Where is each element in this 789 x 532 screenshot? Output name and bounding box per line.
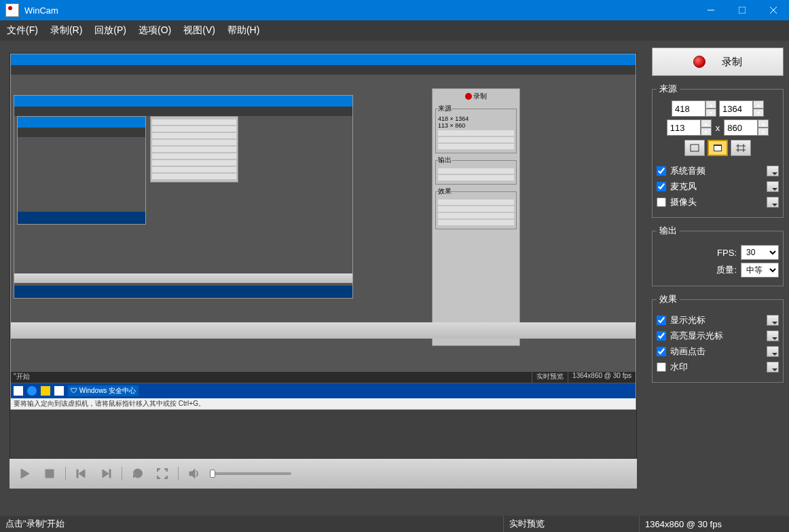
app-title: WinCam — [24, 5, 58, 16]
status-preview: 实时预览 — [504, 516, 640, 532]
svg-rect-13 — [714, 146, 721, 151]
output-legend: 输出 — [657, 225, 680, 237]
show-cursor-opts[interactable] — [767, 315, 779, 326]
svg-rect-1 — [739, 7, 746, 14]
animate-click-opts[interactable] — [767, 346, 779, 357]
skip-start-button[interactable] — [73, 465, 90, 482]
menu-record[interactable]: 录制(R) — [50, 24, 82, 37]
mode-region[interactable] — [731, 140, 751, 156]
preview-canvas[interactable]: 录制 来源 418 × 1364113 × 860 输出 效果 "开始 实时预览… — [10, 53, 637, 459]
menubar: 文件(F) 录制(R) 回放(P) 选项(O) 视图(V) 帮助(H) — [0, 20, 789, 41]
vm-hint: 要将输入定向到该虚拟机，请将鼠标指针移入其中或按 Ctrl+G。 — [11, 398, 636, 409]
record-button[interactable]: 录制 — [652, 48, 784, 76]
play-button[interactable] — [16, 465, 34, 482]
coord-x2[interactable] — [667, 119, 701, 136]
camera-opts[interactable] — [767, 197, 779, 208]
coord-x1[interactable] — [672, 100, 705, 117]
volume-slider[interactable] — [210, 472, 291, 475]
quality-select[interactable]: 中等 — [741, 263, 779, 278]
menu-options[interactable]: 选项(O) — [139, 24, 171, 37]
playback-toolbar — [10, 459, 637, 489]
camera-label: 摄像头 — [670, 196, 763, 208]
animate-click-label: 动画点击 — [670, 345, 763, 358]
nested-record-label: 录制 — [473, 92, 487, 100]
show-cursor-check[interactable] — [657, 316, 666, 325]
fullscreen-button[interactable] — [153, 465, 171, 482]
mode-fullscreen[interactable] — [684, 140, 705, 156]
volume-button[interactable] — [185, 465, 203, 482]
effects-group: 效果 显示光标 高亮显示光标 动画点击 水印 — [652, 293, 784, 383]
menu-view[interactable]: 视图(V) — [183, 24, 215, 37]
sys-audio-opts[interactable] — [767, 166, 779, 176]
svg-rect-11 — [691, 145, 699, 151]
coord-y2[interactable] — [724, 119, 758, 136]
fps-select[interactable]: 30 — [741, 245, 779, 260]
record-label: 录制 — [722, 56, 742, 69]
show-cursor-label: 显示光标 — [670, 314, 763, 326]
close-button[interactable] — [758, 0, 789, 20]
svg-marker-10 — [189, 469, 195, 478]
sidebar: 录制 来源 ▲▼ ▲▼ ▲▼ x ▲▼ 系统音频 麦克风 摄像头 — [646, 41, 789, 516]
preview-area: 录制 来源 418 × 1364113 × 860 输出 效果 "开始 实时预览… — [0, 41, 646, 516]
skip-end-button[interactable] — [97, 465, 115, 482]
highlight-cursor-opts[interactable] — [767, 330, 779, 341]
sys-audio-check[interactable] — [657, 166, 666, 176]
loop-button[interactable] — [129, 465, 147, 482]
animate-click-check[interactable] — [657, 347, 666, 356]
svg-rect-9 — [109, 470, 111, 478]
highlight-cursor-check[interactable] — [657, 331, 666, 341]
svg-marker-4 — [21, 469, 29, 478]
camera-check[interactable] — [657, 197, 666, 207]
mode-window[interactable] — [708, 140, 728, 156]
output-group: 输出 FPS:30 质量:中等 — [652, 225, 784, 286]
record-icon — [693, 56, 705, 68]
statusbar: 点击"录制"开始 实时预览 1364x860 @ 30 fps — [0, 516, 789, 532]
highlight-cursor-label: 高亮显示光标 — [670, 330, 763, 342]
menu-file[interactable]: 文件(F) — [7, 24, 38, 37]
app-icon — [5, 3, 19, 17]
mic-opts[interactable] — [767, 181, 779, 192]
titlebar: WinCam — [0, 0, 789, 20]
status-left: 点击"录制"开始 — [0, 516, 504, 532]
spinner[interactable]: ▲▼ — [705, 100, 716, 117]
mic-label: 麦克风 — [670, 180, 763, 193]
svg-rect-6 — [77, 470, 78, 478]
minimize-button[interactable] — [695, 0, 727, 20]
coord-y1[interactable] — [719, 100, 753, 117]
stop-button[interactable] — [41, 465, 58, 482]
effects-legend: 效果 — [657, 293, 680, 305]
source-group: 来源 ▲▼ ▲▼ ▲▼ x ▲▼ 系统音频 麦克风 摄像头 — [652, 83, 784, 218]
maximize-button[interactable] — [727, 0, 758, 20]
quality-label: 质量: — [716, 264, 737, 276]
source-legend: 来源 — [657, 83, 680, 95]
status-resolution: 1364x860 @ 30 fps — [640, 516, 789, 532]
menu-help[interactable]: 帮助(H) — [227, 24, 259, 37]
mic-check[interactable] — [657, 182, 666, 191]
svg-marker-7 — [79, 470, 85, 478]
watermark-label: 水印 — [670, 361, 763, 373]
menu-playback[interactable]: 回放(P) — [94, 24, 126, 37]
watermark-opts[interactable] — [767, 362, 779, 373]
sys-audio-label: 系统音频 — [670, 165, 763, 177]
watermark-check[interactable] — [657, 362, 666, 372]
svg-marker-8 — [103, 470, 109, 478]
fps-label: FPS: — [717, 248, 737, 258]
svg-rect-5 — [45, 470, 54, 478]
